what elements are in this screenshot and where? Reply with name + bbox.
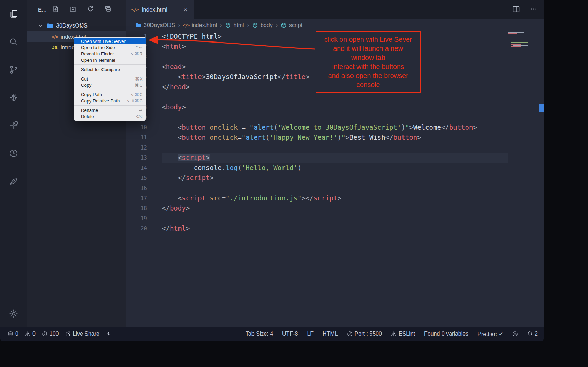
menu-item-open-with-live-server[interactable]: Open with Live Server [74, 38, 146, 44]
code-line-17[interactable]: 17 <script src="./introduction.js"></scr… [126, 193, 544, 203]
new-folder-button[interactable] [70, 6, 76, 14]
menu-item-copy-path[interactable]: Copy Path⌥⌘C [74, 91, 146, 98]
files-icon [9, 9, 18, 19]
breadcrumb-item-html[interactable]: html [225, 22, 244, 29]
tab-bar: </>index.html× [126, 0, 544, 19]
status-language[interactable]: HTML [323, 331, 338, 337]
code-line-16[interactable]: 16 [126, 183, 544, 193]
breadcrumb-separator: › [220, 22, 222, 29]
tab-index-html[interactable]: </>index.html× [126, 0, 194, 19]
close-icon: × [182, 6, 189, 13]
menu-item-copy-relative-path[interactable]: Copy Relative Path⌥⇧⌘C [74, 98, 146, 104]
line-content: </html> [162, 223, 508, 234]
status-warnings[interactable]: 0 [25, 331, 36, 337]
activity-item-search[interactable] [5, 33, 22, 50]
activity-item-explorer[interactable] [5, 6, 22, 22]
line-content [162, 183, 508, 193]
code-line-18[interactable]: 18</body> [126, 203, 544, 213]
status-errors[interactable]: 0 [8, 331, 18, 337]
bell-icon [527, 331, 533, 337]
context-menu: Open with Live ServerOpen to the Side⌃↩R… [74, 37, 146, 121]
source-control-icon [9, 65, 18, 75]
status-notifications[interactable]: 2 [527, 331, 538, 337]
activity-item-settings[interactable] [5, 305, 22, 322]
status-info[interactable]: 100 [42, 331, 59, 337]
gear-icon [9, 309, 18, 319]
code-line-10[interactable]: 10 <button onclick = "alert('Welcome to … [126, 122, 544, 132]
refresh-explorer-button[interactable] [87, 6, 94, 14]
code-line-13[interactable]: 13 <script> [126, 153, 544, 163]
warning-icon [391, 331, 397, 337]
editor-actions [512, 0, 538, 19]
tab-close-button[interactable]: × [182, 6, 189, 13]
status-eslint[interactable]: ESLint [391, 331, 415, 337]
activity-item-extensions[interactable] [5, 117, 22, 134]
breadcrumb-item-body[interactable]: body [252, 22, 273, 29]
line-number: 14 [126, 163, 147, 173]
activity-item-run-debug[interactable] [5, 89, 22, 106]
folder-icon [47, 23, 53, 29]
line-content: <button onclick="alert('Happy New Year!'… [162, 132, 508, 143]
line-content [162, 213, 508, 223]
code-line-9[interactable]: 9 [126, 112, 544, 122]
status-feedback[interactable] [512, 331, 518, 337]
activity-item-feedback[interactable] [5, 173, 22, 190]
status-variables[interactable]: Found 0 variables [424, 331, 468, 337]
status-left: 00100Live Share [8, 331, 111, 337]
status-bar: 00100Live Share Tab Size: 4UTF-8LFHTMLPo… [0, 327, 544, 341]
code-line-15[interactable]: 15 </script> [126, 173, 544, 183]
indent-guide [162, 112, 162, 203]
code-line-11[interactable]: 11 <button onclick="alert('Happy New Yea… [126, 132, 544, 143]
line-number: 15 [126, 173, 147, 183]
menu-item-open-in-terminal[interactable]: Open in Terminal [74, 57, 146, 63]
menu-separator [74, 64, 146, 65]
menu-item-delete[interactable]: Delete⌫ [74, 113, 146, 120]
menu-item-open-to-the-side[interactable]: Open to the Side⌃↩ [74, 44, 146, 51]
menu-item-reveal-in-finder[interactable]: Reveal in Finder⌥⌘R [74, 51, 146, 57]
breadcrumb-separator: › [276, 22, 278, 29]
more-actions-button[interactable] [529, 5, 538, 15]
code-line-12[interactable]: 12 [126, 143, 544, 153]
status-encoding[interactable]: UTF-8 [282, 331, 298, 337]
code-line-7[interactable]: 7 [126, 92, 544, 102]
menu-item-select-for-compare[interactable]: Select for Compare [74, 66, 146, 72]
symbol-cube-icon [281, 22, 287, 28]
line-content: <script> [162, 153, 508, 163]
status-eol[interactable]: LF [307, 331, 314, 337]
symbol-cube-icon [225, 22, 231, 28]
status-live-share[interactable]: Live Share [65, 331, 100, 337]
status-tab-size[interactable]: Tab Size: 4 [246, 331, 273, 337]
minimap[interactable] [508, 32, 539, 47]
split-editor-button[interactable] [512, 5, 520, 15]
port-slash-icon [347, 331, 353, 337]
breadcrumb-separator: › [247, 22, 249, 29]
code-icon: </> [183, 22, 189, 28]
menu-separator [74, 74, 146, 74]
new-file-button[interactable] [52, 6, 59, 14]
line-content [162, 112, 508, 122]
collapse-folders-button[interactable] [105, 6, 111, 14]
smiley-icon [512, 331, 518, 337]
menu-item-cut[interactable]: Cut⌘X [74, 76, 146, 82]
breadcrumb-item-index-html[interactable]: </>index.html [183, 22, 217, 29]
code-line-19[interactable]: 19 [126, 213, 544, 223]
breadcrumb-item-script[interactable]: script [281, 22, 302, 29]
menu-item-copy[interactable]: Copy⌘C [74, 82, 146, 88]
status-port[interactable]: Port : 5500 [347, 331, 382, 337]
status-quick-action[interactable] [106, 331, 111, 337]
menu-item-rename[interactable]: Rename↩ [74, 107, 146, 113]
code-line-14[interactable]: 14 console.log('Hello, World') [126, 163, 544, 173]
pen-icon [9, 176, 18, 186]
activity-item-source-control[interactable] [5, 61, 22, 78]
sidebar-title: E… [38, 7, 47, 13]
activity-item-history[interactable] [5, 145, 22, 162]
breadcrumb-item-30daysofjs[interactable]: 30DaysOfJS [135, 22, 175, 29]
tree-root-label: 30DaysOfJS [56, 23, 88, 29]
code-line-20[interactable]: 20</html> [126, 223, 544, 234]
status-prettier[interactable]: Prettier: ✓ [477, 331, 503, 337]
sidebar-actions [52, 6, 111, 14]
new-folder-icon [70, 6, 76, 12]
refresh-icon [87, 6, 94, 12]
tree-item-root-folder[interactable]: 30DaysOfJS [27, 20, 126, 31]
code-line-8[interactable]: 8<body> [126, 102, 544, 112]
